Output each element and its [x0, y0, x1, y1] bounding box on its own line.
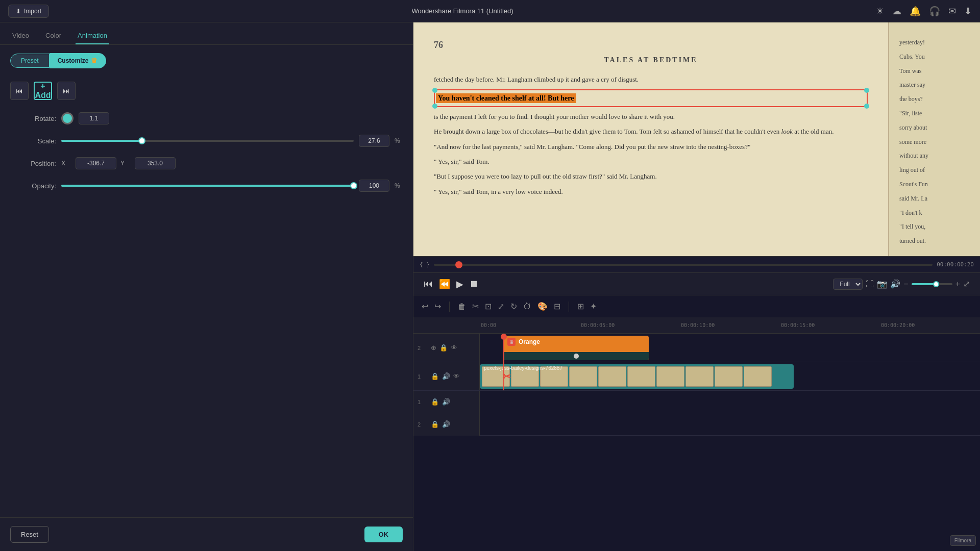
timer-icon[interactable]: ⏱ [523, 302, 531, 311]
tab-animation[interactable]: Animation [76, 28, 109, 44]
scrub-thumb[interactable] [455, 261, 462, 268]
track-lock-a2[interactable]: 🔒 [431, 420, 439, 428]
rotate-icon[interactable]: ↻ [510, 302, 517, 311]
tracks-container: 2 ⊕ 🔒 👁 ♛ Orange [413, 334, 980, 551]
track-audio-1: 1 🔒 🔊 [413, 391, 980, 413]
rewind-button[interactable]: ⏮ [424, 279, 433, 289]
stop-button[interactable]: ⏹ [470, 279, 479, 289]
tab-video[interactable]: Video [10, 28, 31, 44]
orange-clip[interactable]: ♛ Orange [503, 336, 649, 360]
sun-icon[interactable]: ☀ [876, 6, 884, 17]
preset-button[interactable]: Preset [10, 54, 50, 68]
ok-button[interactable]: OK [364, 527, 403, 542]
track-content-v1: pexels-jess-bailey-designs-762887 [480, 362, 980, 390]
track-num-a2: 2 [418, 421, 428, 428]
position-y-input[interactable] [135, 157, 176, 169]
time-marker-0: 00:00 [480, 322, 580, 328]
opacity-unit: % [395, 182, 403, 189]
opacity-slider[interactable] [61, 185, 354, 187]
crop-icon[interactable]: ⊡ [485, 302, 492, 311]
track-video-1: 1 🔒 🔊 👁 pexels-jess-bailey-designs-76288… [413, 362, 980, 391]
app-title: Wondershare Filmora 11 (Untitled) [411, 7, 513, 15]
trash-icon[interactable]: 🗑 [458, 302, 466, 311]
track-video-2: 2 ⊕ 🔒 👁 ♛ Orange [413, 334, 980, 362]
bottom-actions: Reset OK [0, 517, 413, 551]
zoom-out-icon[interactable]: − [903, 280, 908, 289]
headphone-icon[interactable]: 🎧 [929, 6, 940, 17]
undo-icon[interactable]: ↩ [422, 302, 428, 311]
scale-slider[interactable] [61, 140, 354, 142]
track-lock-icon[interactable]: 🔒 [439, 344, 448, 352]
grid-icon[interactable]: ⊞ [577, 302, 584, 311]
highlight-container: You haven't cleaned the shelf at all! Bu… [434, 89, 868, 107]
bottom-toolbar: ↩ ↪ 🗑 ✂ ⊡ ⤢ ↻ ⏱ 🎨 ⊟ ⊞ ✦ [413, 295, 980, 317]
color-icon[interactable]: 🎨 [537, 302, 548, 311]
quality-select[interactable]: Full 1/2 1/4 [833, 279, 863, 290]
track-controls-v1: 1 🔒 🔊 👁 [413, 362, 480, 390]
track-controls-a2: 2 🔒 🔊 [413, 413, 480, 436]
opacity-value[interactable] [359, 180, 389, 192]
watermark: Filmora [950, 535, 976, 546]
zoom-slider[interactable] [912, 283, 952, 285]
teal-clip[interactable]: pexels-jess-bailey-designs-762887 [480, 364, 794, 389]
clip-icon: ♛ [507, 338, 516, 346]
scrub-bar[interactable] [434, 264, 933, 266]
scale-value[interactable] [359, 135, 389, 147]
redo-icon[interactable]: ↪ [434, 302, 441, 311]
play-button[interactable]: ▶ [456, 279, 463, 290]
mail-icon[interactable]: ✉ [948, 6, 956, 17]
preset-bar: Preset Customize ♛ [0, 45, 413, 77]
zoom-in-icon[interactable]: + [955, 280, 960, 289]
track-eye-v1[interactable]: 👁 [453, 372, 460, 380]
fullscreen-icon[interactable]: ⛶ [866, 280, 874, 289]
track-audio-v1[interactable]: 🔊 [442, 372, 450, 380]
book-preview: 76 TALES AT BEDTIME fetched the day befo… [413, 22, 980, 256]
volume-icon[interactable]: 🔊 [890, 279, 900, 289]
import-button[interactable]: ⬇ Import [8, 5, 49, 18]
reset-button[interactable]: Reset [10, 526, 49, 543]
total-timecode: 00:00:00:20 [937, 261, 974, 268]
handle-tl[interactable] [432, 88, 437, 93]
cloud-icon[interactable]: ☁ [892, 6, 901, 17]
handle-tr[interactable] [864, 88, 869, 93]
handle-bl[interactable] [432, 104, 437, 109]
cut-marker: ✂ [500, 364, 512, 389]
track-lock-a1[interactable]: 🔒 [431, 398, 439, 406]
scale-row: Scale: % [10, 135, 403, 147]
time-marker-4: 00:00:20:00 [880, 322, 980, 328]
rotate-label: Rotate: [10, 115, 56, 122]
track-lock-v1[interactable]: 🔒 [431, 372, 439, 380]
page-number: 76 [434, 38, 868, 53]
customize-button[interactable]: Customize ♛ [50, 53, 107, 68]
main-layout: Video Color Animation Preset Customize ♛… [0, 22, 980, 551]
magnet-icon[interactable]: ✦ [590, 302, 597, 311]
split-icon[interactable]: ⊟ [554, 302, 560, 311]
track-eye-icon[interactable]: 👁 [451, 344, 457, 352]
next-frame-button[interactable]: ⏭ [57, 82, 76, 100]
handle-br[interactable] [864, 104, 869, 109]
position-x-input[interactable] [76, 157, 116, 169]
track-audio-a2[interactable]: 🔊 [442, 420, 450, 428]
step-back-button[interactable]: ⏪ [439, 279, 450, 290]
controls-area: ⏮ + Add ⏭ Rotate: Scale: % [0, 77, 413, 517]
track-audio-a1[interactable]: 🔊 [442, 398, 450, 406]
transform-icon[interactable]: ⤢ [498, 302, 504, 311]
track-content-a1 [480, 391, 980, 413]
bell-icon[interactable]: 🔔 [910, 6, 921, 17]
toolbar-sep-2 [569, 302, 569, 312]
download-icon[interactable]: ⬇ [964, 6, 972, 17]
cut-icon[interactable]: ✂ [472, 302, 479, 311]
expand-icon[interactable]: ⤢ [963, 279, 970, 289]
rotate-dial[interactable] [61, 112, 74, 124]
track-add-icon[interactable]: ⊕ [431, 344, 436, 352]
orange-clip-bottom [503, 352, 649, 360]
tab-color[interactable]: Color [43, 28, 63, 44]
track-content-a2 [480, 413, 980, 435]
orange-clip-header: ♛ Orange [503, 336, 649, 348]
preview-area: 76 TALES AT BEDTIME fetched the day befo… [413, 22, 980, 256]
rotate-value[interactable] [79, 112, 109, 124]
prev-frame-button[interactable]: ⏮ [10, 82, 29, 100]
camera-icon[interactable]: 📷 [877, 279, 887, 289]
timeline-scrubber: { } 00:00:00:20 [413, 256, 980, 272]
add-keyframe-button[interactable]: + Add [34, 82, 52, 100]
